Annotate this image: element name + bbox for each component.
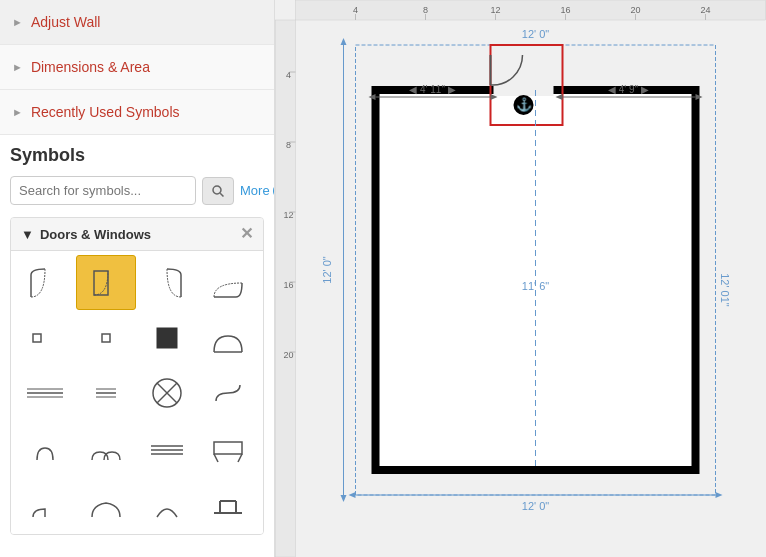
symbol-cell-solid-rect[interactable] bbox=[137, 310, 197, 365]
accordion-header-dimensions-area[interactable]: ► Dimensions & Area bbox=[0, 45, 274, 89]
symbol-cell-small-arc-1[interactable] bbox=[15, 420, 75, 475]
svg-text:⚓: ⚓ bbox=[516, 96, 533, 113]
symbol-cell-arc-small-right[interactable] bbox=[76, 475, 136, 530]
search-button[interactable] bbox=[202, 177, 234, 205]
svg-text:◀ 4' 11" ▶: ◀ 4' 11" ▶ bbox=[409, 84, 455, 95]
svg-text:12' 01": 12' 01" bbox=[719, 273, 731, 307]
symbol-double-small-arc-icon bbox=[84, 426, 128, 470]
symbol-cell-last[interactable] bbox=[198, 475, 258, 530]
accordion-header-recently-used[interactable]: ► Recently Used Symbols bbox=[0, 90, 274, 134]
category-header-left: ▼ Doors & Windows bbox=[21, 227, 151, 242]
svg-line-1 bbox=[220, 193, 223, 196]
more-button[interactable]: More + bbox=[240, 183, 275, 199]
svg-text:◀ 4' 9" ▶: ◀ 4' 9" ▶ bbox=[608, 84, 649, 95]
symbol-solid-rect-icon bbox=[145, 316, 189, 360]
symbol-arc-center-icon bbox=[145, 481, 189, 525]
symbol-arc-door-right-icon bbox=[145, 261, 189, 305]
category-name: Doors & Windows bbox=[40, 227, 151, 242]
symbol-window-2-icon bbox=[84, 371, 128, 415]
svg-line-20 bbox=[214, 454, 218, 462]
symbol-cell-small-2[interactable] bbox=[76, 310, 136, 365]
symbol-arc-small-left-icon bbox=[23, 481, 67, 525]
symbol-double-arc-icon bbox=[206, 316, 250, 360]
symbol-table-icon bbox=[206, 426, 250, 470]
symbol-window-1-icon bbox=[23, 371, 67, 415]
symbol-cell-s-curve[interactable] bbox=[198, 365, 258, 420]
accordion-adjust-wall: ► Adjust Wall bbox=[0, 0, 274, 45]
chevron-right-icon-dim: ► bbox=[12, 61, 23, 73]
floor-plan-svg: 4 8 12 16 20 24 4 8 12 16 20 12' 0" bbox=[275, 0, 766, 557]
search-row: More + bbox=[10, 176, 264, 205]
symbol-cell-small-1[interactable] bbox=[15, 310, 75, 365]
left-panel: ► Adjust Wall ► Dimensions & Area ► Rece… bbox=[0, 0, 275, 557]
symbol-arc-door-left-icon bbox=[23, 261, 67, 305]
symbols-section: Symbols More + ▼ Doors & Windows ✕ bbox=[0, 135, 274, 535]
symbol-cell-double-line[interactable] bbox=[137, 420, 197, 475]
symbol-cell-window-2[interactable] bbox=[76, 365, 136, 420]
svg-text:24: 24 bbox=[700, 5, 710, 15]
symbol-door-selected-icon bbox=[84, 261, 128, 305]
svg-text:8: 8 bbox=[423, 5, 428, 15]
symbol-x-circle-icon bbox=[145, 371, 189, 415]
svg-text:20: 20 bbox=[630, 5, 640, 15]
symbol-small-1-icon bbox=[23, 316, 67, 360]
svg-rect-5 bbox=[157, 328, 177, 348]
svg-text:4: 4 bbox=[353, 5, 358, 15]
symbol-cell-arc-door-left[interactable] bbox=[15, 255, 75, 310]
search-input[interactable] bbox=[10, 176, 196, 205]
canvas-area: 4 8 12 16 20 24 4 8 12 16 20 12' 0" bbox=[275, 0, 766, 557]
svg-marker-71 bbox=[349, 492, 356, 498]
symbol-s-curve-icon bbox=[206, 371, 250, 415]
accordion-recently-used: ► Recently Used Symbols bbox=[0, 90, 274, 135]
symbol-arc-door-up-icon bbox=[206, 261, 250, 305]
accordion-header-adjust-wall[interactable]: ► Adjust Wall bbox=[0, 0, 274, 44]
svg-text:12' 0": 12' 0" bbox=[321, 256, 333, 284]
symbol-arc-small-right-icon bbox=[84, 481, 128, 525]
symbol-cell-arc-door-right[interactable] bbox=[137, 255, 197, 310]
symbol-grid bbox=[11, 251, 263, 534]
symbol-cell-door-selected[interactable] bbox=[76, 255, 136, 310]
category-box-doors-windows: ▼ Doors & Windows ✕ bbox=[10, 217, 264, 535]
accordion-label-adjust-wall: Adjust Wall bbox=[31, 14, 101, 30]
symbol-cell-double-arc[interactable] bbox=[198, 310, 258, 365]
symbol-cell-window-1[interactable] bbox=[15, 365, 75, 420]
svg-marker-72 bbox=[716, 492, 723, 498]
svg-rect-3 bbox=[33, 334, 41, 342]
chevron-right-icon: ► bbox=[12, 16, 23, 28]
search-icon bbox=[211, 184, 225, 198]
symbol-small-arc-1-icon bbox=[23, 426, 67, 470]
svg-marker-74 bbox=[341, 38, 347, 45]
svg-rect-4 bbox=[102, 334, 110, 342]
accordion-dimensions-area: ► Dimensions & Area bbox=[0, 45, 274, 90]
symbol-double-line-icon bbox=[145, 426, 189, 470]
category-header-doors-windows[interactable]: ▼ Doors & Windows ✕ bbox=[11, 218, 263, 251]
chevron-down-icon: ▼ bbox=[21, 227, 34, 242]
close-icon[interactable]: ✕ bbox=[240, 226, 253, 242]
svg-text:11' 6": 11' 6" bbox=[522, 280, 550, 292]
svg-line-21 bbox=[238, 454, 242, 462]
svg-rect-2 bbox=[94, 271, 108, 295]
symbol-last-icon bbox=[206, 481, 250, 525]
svg-text:12: 12 bbox=[490, 5, 500, 15]
symbols-title: Symbols bbox=[10, 145, 264, 166]
svg-rect-53 bbox=[494, 84, 554, 96]
more-label: More bbox=[240, 183, 270, 198]
symbol-cell-arc-door-up[interactable] bbox=[198, 255, 258, 310]
accordion-label-recently-used: Recently Used Symbols bbox=[31, 104, 180, 120]
svg-marker-75 bbox=[341, 495, 347, 502]
symbol-small-2-icon bbox=[84, 316, 128, 360]
svg-rect-19 bbox=[214, 442, 242, 454]
svg-text:16: 16 bbox=[560, 5, 570, 15]
svg-text:12' 0": 12' 0" bbox=[522, 500, 550, 512]
symbol-cell-x-circle[interactable] bbox=[137, 365, 197, 420]
accordion-label-dimensions-area: Dimensions & Area bbox=[31, 59, 150, 75]
svg-text:12' 0": 12' 0" bbox=[522, 28, 550, 40]
chevron-right-icon-recent: ► bbox=[12, 106, 23, 118]
svg-rect-26 bbox=[296, 0, 766, 20]
symbol-cell-table-symbol[interactable] bbox=[198, 420, 258, 475]
symbol-cell-arc-small-left[interactable] bbox=[15, 475, 75, 530]
symbol-cell-arc-center[interactable] bbox=[137, 475, 197, 530]
symbol-cell-double-small-arc[interactable] bbox=[76, 420, 136, 475]
svg-point-0 bbox=[213, 186, 221, 194]
